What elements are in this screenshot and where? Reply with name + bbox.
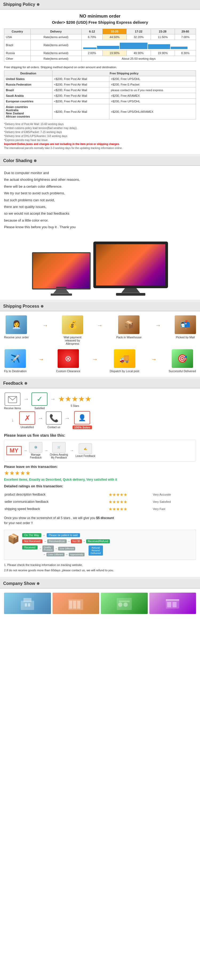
svg-rect-12 <box>119 601 130 602</box>
table-row: Saudi Arabia <$200, Free Post Air Mail >… <box>4 93 196 99</box>
col-country: Country <box>4 29 31 34</box>
policy-header: Free Shipping policy <box>52 71 196 76</box>
right-stand <box>121 288 140 293</box>
left-monitor <box>32 252 90 296</box>
package-icon: 📦 <box>8 533 19 544</box>
manage-label: ManageFeedback <box>30 453 41 459</box>
arrow-6: → <box>151 356 157 363</box>
free-shipping-table: Destination Free Shipping policy United … <box>4 70 196 119</box>
color-diff-box: Color Different <box>46 553 65 556</box>
shipping-process-title: Shipping Process <box>3 304 39 309</box>
col-17-22: 17-22 <box>127 29 151 34</box>
note-1: *Delivery time of Post Air Mail: 10-60 w… <box>4 122 196 126</box>
divider-1 <box>0 154 200 156</box>
satisfied-item: ✓ Satisfied <box>32 393 48 410</box>
col-delivery: Delivery <box>30 29 81 34</box>
russia-23-28: 19.90% <box>151 50 175 56</box>
country-other: Other <box>4 56 31 62</box>
table-row: Other Rate(items arrived) About 25-50 wo… <box>4 56 196 62</box>
my-block: MY <box>6 446 22 455</box>
size-box: Size Different <box>58 547 75 550</box>
col-6-12: 6-12 <box>81 29 102 34</box>
rating-row-2: seller communication feedback ★★★★★ Very… <box>5 498 195 505</box>
not-received-flow: → Received/con → Not $5 → Received/Refun… <box>44 539 110 543</box>
rating-stars-2: ★★★★★ <box>108 498 152 505</box>
arrow-my: → <box>23 448 27 453</box>
dest-europe: European countries <box>4 99 52 104</box>
feedback-flow-bottom: ↓ ✗ Unsatisfied → 📞 Contact us → <box>4 411 196 429</box>
orders-label: Orders AwatingMy Feedback <box>50 453 68 459</box>
col-10-20: 10-20 <box>103 29 127 34</box>
line-9: Please know this before you buy it . Tha… <box>4 224 196 230</box>
note-5: *Express parcels may have tax issue. <box>4 138 196 142</box>
step-custom: ⊗ Custom Clearance <box>56 349 80 373</box>
note-3: *Delivery time of EMS/Packet: 7-15 worki… <box>4 130 196 134</box>
not-received-row: Not Received → Received/con → Not $5 → R… <box>22 539 192 543</box>
five-stars-item: ★★★★★ 5 Stars <box>58 395 92 407</box>
arrow-3: → <box>155 322 161 329</box>
not-5-box: Not $5 <box>71 539 82 543</box>
step-fly-label: Fly to Destination <box>4 369 27 373</box>
table-row: European countries <$200, Free Post Air … <box>4 99 196 104</box>
rating-row-1: product description feedback ★★★★★ Very … <box>5 492 195 498</box>
dispatch-icon: 🚚 <box>114 349 135 368</box>
received-con-row: → Received/con → Not $5 → Received/Refun… <box>44 539 110 543</box>
table-row: USA Rate(items arrived) 6.70% 44.50% 32.… <box>4 34 196 40</box>
feedback-header: Feedback <box>0 379 200 388</box>
step-delivered: 🎯 Successful Delivered <box>168 349 196 373</box>
arrow-4: → <box>38 356 44 363</box>
line-7: so we would not accept the bad feedbacks <box>4 210 196 216</box>
r-arrow2: → <box>55 547 57 550</box>
asia-low: <$200, Free Post Air Mail <box>52 104 109 119</box>
flow-diagram: 📦 On The Way → Please be patient to wait… <box>4 530 196 560</box>
orders-icon: 🛒 <box>52 442 66 453</box>
svg-rect-7 <box>73 601 76 609</box>
manage-feedback-item: ⚙️ ManageFeedback <box>29 442 43 459</box>
shipping-process-content: 👩‍💼 Receive your order → 💰 Wait payment … <box>0 311 200 377</box>
unsatisfied-label: Unsatisfied <box>21 426 33 429</box>
received-box: Received <box>22 546 38 549</box>
quality-box: QualityProblem <box>43 546 54 552</box>
russia-high: >$200, Free E-Packet <box>109 82 196 88</box>
svg-rect-14 <box>167 602 171 607</box>
col-29-60: 29-60 <box>175 29 196 34</box>
received-refund-box: Received/Refund <box>86 539 110 543</box>
unsatisfied-item: ✗ Unsatisfied <box>19 411 35 429</box>
svg-point-11 <box>124 603 128 607</box>
step-dispatch-label: Dispatch by Local post <box>110 369 139 373</box>
pack-icon: 📦 <box>118 315 140 334</box>
dest-russia: Russia Federation <box>4 82 52 88</box>
contact-us-item: 📞 Contact us <box>46 411 62 429</box>
receive-icon: 👩‍💼 <box>6 315 27 334</box>
note-tracking: The international parcels normally take … <box>4 146 196 150</box>
shipping-policy-section: Shipping Policy NO minimum order Order> … <box>0 0 200 154</box>
approx-box: Approximaly <box>69 553 85 556</box>
svg-rect-3 <box>25 603 27 606</box>
rating-label-1: product description feedback <box>5 492 108 498</box>
received-con-box: Received/con <box>47 539 67 543</box>
unsatisfied-icon: ✗ <box>19 411 35 425</box>
free-shipping-note: Free shipping for all orders. Shipping m… <box>4 65 196 69</box>
table-row: United States <$200, Free Post Air Mail … <box>4 76 196 82</box>
satisfied-label: Satisfied <box>34 407 44 410</box>
line-1: Due to computer monitor and <box>4 170 196 176</box>
left-base <box>51 294 72 296</box>
brazil-graph <box>81 40 196 50</box>
header-bullet <box>37 3 40 6</box>
table-row: Russia Rate(items arrived) 2.00% 19.90% … <box>4 50 196 56</box>
svg-rect-1 <box>21 601 34 610</box>
five-stars-label: 5 Stars <box>71 404 79 407</box>
rating-row-3: shipping speed feedback ★★★★★ Very Fast <box>5 506 195 512</box>
right-screen <box>93 242 168 288</box>
process-row-2: ✈️ Fly to Destination → ⊗ Custom Clearan… <box>4 349 196 373</box>
company-show-title: Company Show <box>3 581 35 586</box>
excellent-text: Excellent items, Exactly as Described, Q… <box>4 478 196 482</box>
divider-3 <box>0 377 200 379</box>
step-fly: ✈️ Fly to Destination <box>4 349 27 373</box>
rating-text-2: Very Satisfied <box>153 498 195 505</box>
header-bullet-5 <box>37 582 40 585</box>
color-shading-title: Color Shading <box>3 158 32 163</box>
divider-2 <box>0 300 200 302</box>
leave-feedback-label: Leave Feedback <box>75 455 95 458</box>
step-receive: 👩‍💼 Receive your order <box>4 315 29 339</box>
